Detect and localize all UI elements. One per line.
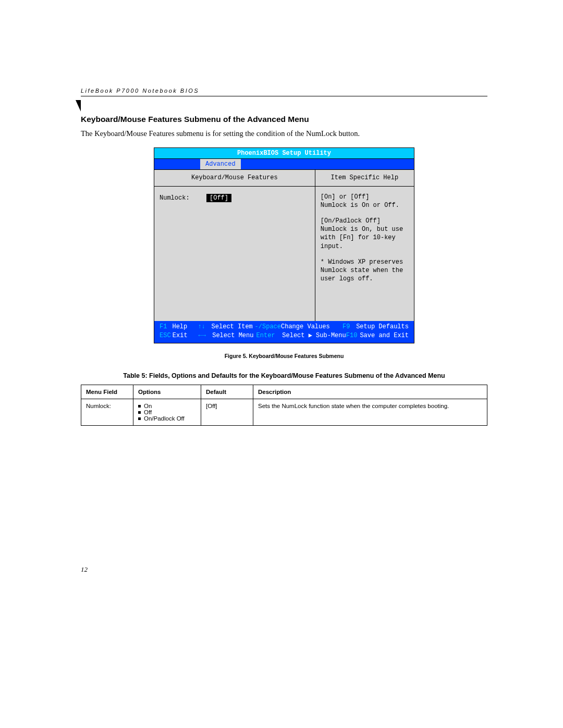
bios-tab-advanced[interactable]: Advanced [200, 159, 241, 169]
help-line: Numlock is On or Off. [321, 201, 409, 209]
table-row: Numlock: On Off On/Padlock Off [Off] Set… [81, 399, 487, 425]
option-item: Off [138, 409, 196, 415]
td-menu-field: Numlock: [81, 399, 133, 425]
help-line: Numlock is On, but use with [Fn] for 10-… [321, 225, 409, 251]
key-label-change-values: Change Values [281, 323, 342, 331]
bios-help-panel: Item Specific Help [On] or [Off] Numlock… [315, 170, 414, 321]
bios-menubar: Advanced [154, 159, 414, 170]
th-default: Default [201, 385, 253, 399]
key-label-exit: Exit [173, 331, 199, 340]
td-description: Sets the NumLock function state when the… [253, 399, 487, 425]
help-line: * Windows XP preserves Numlock state whe… [321, 258, 409, 283]
bios-field-label: Numlock: [160, 194, 206, 202]
bios-field-value[interactable]: [Off] [206, 194, 231, 202]
key-f9[interactable]: F9 [342, 323, 356, 331]
document-page: LifeBook P7000 Notebook BIOS Keyboard/Mo… [81, 88, 487, 426]
key-updown[interactable]: ↑↓ [198, 323, 211, 331]
bios-left-panel: Keyboard/Mouse Features Numlock: [Off] [154, 170, 315, 321]
key-leftright[interactable]: ←→ [199, 331, 213, 340]
key-f10[interactable]: F10 [346, 331, 360, 340]
th-description: Description [253, 385, 487, 399]
th-menu-field: Menu Field [81, 385, 133, 399]
table-head-row: Menu Field Options Default Description [81, 385, 487, 399]
key-label-help: Help [172, 323, 198, 331]
bios-field-numlock[interactable]: Numlock: [Off] [160, 194, 310, 202]
running-header: LifeBook P7000 Notebook BIOS [81, 88, 487, 96]
bios-title: PhoenixBIOS Setup Utility [154, 148, 414, 159]
key-label-setup-defaults: Setup Defaults [356, 323, 409, 331]
key-enter[interactable]: Enter [256, 331, 283, 340]
page-corner-decoration [76, 100, 81, 112]
option-item: On [138, 403, 196, 409]
section-intro: The Keyboard/Mouse Features submenu is f… [81, 129, 487, 138]
td-options: On Off On/Padlock Off [133, 399, 201, 425]
option-item: On/Padlock Off [138, 415, 196, 422]
section-title: Keyboard/Mouse Features Submenu of the A… [81, 115, 487, 124]
key-esc[interactable]: ESC [160, 331, 173, 340]
key-label-select-menu: Select Menu [212, 331, 256, 340]
td-default: [Off] [201, 399, 253, 425]
figure-caption: Figure 5. Keyboard/Mouse Features Submen… [81, 353, 487, 359]
th-options: Options [133, 385, 201, 399]
key-label-select-submenu: Select ▶ Sub-Menu [282, 331, 346, 340]
bios-help-header: Item Specific Help [315, 170, 414, 186]
help-line: [On/Padlock Off] [321, 217, 409, 225]
bios-left-header: Keyboard/Mouse Features [154, 170, 315, 186]
help-line: [On] or [Off] [321, 193, 409, 201]
table-caption: Table 5: Fields, Options and Defaults fo… [81, 372, 487, 379]
key-f1[interactable]: F1 [160, 323, 172, 331]
key-minusspace[interactable]: -/Space [255, 323, 281, 331]
options-table: Menu Field Options Default Description N… [81, 385, 487, 426]
bios-footer: F1 Help ↑↓ Select Item -/Space Change Va… [154, 321, 414, 343]
bios-screenshot: PhoenixBIOS Setup Utility Advanced Keybo… [154, 147, 414, 343]
key-label-select-item: Select Item [212, 323, 255, 331]
page-number: 12 [81, 565, 88, 574]
key-label-save-exit: Save and Exit [360, 331, 409, 340]
